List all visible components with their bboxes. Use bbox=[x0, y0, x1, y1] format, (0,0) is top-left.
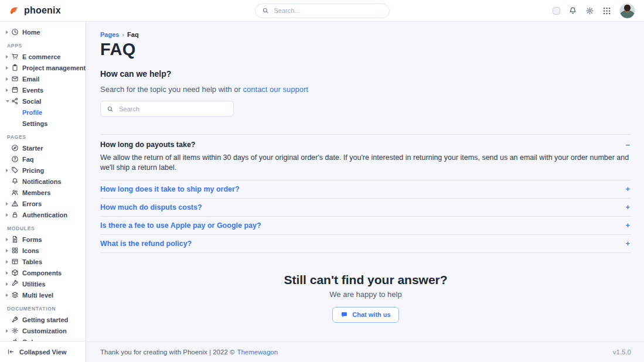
expand-plus-icon[interactable]: + bbox=[625, 185, 631, 193]
gear-icon[interactable] bbox=[585, 6, 594, 15]
sidebar-item-errors[interactable]: Errors bbox=[6, 198, 82, 209]
warning-triangle-icon bbox=[11, 200, 19, 207]
breadcrumb-separator: › bbox=[122, 31, 124, 38]
collapse-minus-icon[interactable]: − bbox=[625, 141, 631, 149]
help-heading: How can we help? bbox=[100, 69, 631, 78]
faq-question: Is there a fee to use Apple pay or Googl… bbox=[100, 221, 261, 230]
sidebar-item-multi-level[interactable]: Multi level bbox=[6, 289, 82, 300]
sidebar-item-label: Email bbox=[22, 76, 39, 83]
chat-bubble-icon bbox=[340, 311, 348, 319]
file-icon bbox=[11, 235, 19, 243]
expand-plus-icon[interactable]: + bbox=[625, 240, 631, 247]
sidebar-section-apps: APPS bbox=[7, 43, 82, 49]
sidebar-item-label: Social bbox=[22, 98, 41, 105]
sidebar-item-label: Icons bbox=[22, 247, 39, 254]
breadcrumb: Pages › Faq bbox=[100, 31, 631, 38]
avatar[interactable] bbox=[619, 3, 635, 19]
sidebar-item-social[interactable]: Social bbox=[6, 95, 82, 107]
sidebar-item-getting-started[interactable]: Getting started bbox=[6, 314, 82, 325]
navbar-actions bbox=[553, 3, 635, 19]
faq-answer: We allow the return of all items within … bbox=[100, 153, 631, 173]
chevron-right-icon bbox=[6, 55, 11, 59]
sidebar-item-label: Getting started bbox=[22, 316, 68, 323]
sidebar-item-starter[interactable]: Starter bbox=[6, 142, 82, 153]
sidebar-item-home[interactable]: Home bbox=[6, 26, 82, 37]
breadcrumb-pages-link[interactable]: Pages bbox=[100, 31, 119, 38]
global-search-input[interactable] bbox=[273, 6, 383, 15]
sidebar: Home APPS E commerce Project management … bbox=[0, 22, 86, 362]
sidebar-item-members[interactable]: Members bbox=[6, 187, 82, 198]
help-intro: Search for the topic you need help with … bbox=[100, 85, 631, 94]
chevron-right-icon bbox=[6, 213, 11, 217]
faq-search-input[interactable] bbox=[118, 105, 227, 113]
chevron-right-icon bbox=[6, 169, 11, 172]
search-icon bbox=[262, 7, 269, 14]
sidebar-nav: Home APPS E commerce Project management … bbox=[0, 22, 86, 341]
sidebar-item-customization[interactable]: Customization bbox=[6, 325, 82, 336]
envelope-icon bbox=[11, 75, 19, 83]
sidebar-item-label: Starter bbox=[22, 145, 43, 152]
sidebar-section-pages: PAGES bbox=[7, 134, 82, 140]
sidebar-item-utilities[interactable]: Utilities bbox=[6, 278, 82, 289]
theme-toggle[interactable] bbox=[553, 7, 560, 15]
sidebar-item-project-management[interactable]: Project management bbox=[6, 62, 82, 73]
lock-icon bbox=[11, 211, 19, 218]
chevron-right-icon bbox=[6, 88, 11, 92]
bell-icon[interactable] bbox=[568, 6, 577, 15]
clock-icon bbox=[11, 28, 19, 36]
table-icon bbox=[11, 258, 19, 265]
rocket-icon bbox=[11, 316, 19, 323]
sidebar-item-icons[interactable]: Icons bbox=[6, 245, 82, 256]
phoenix-logo[interactable]: phoenix bbox=[9, 5, 61, 16]
sidebar-item-events[interactable]: Events bbox=[6, 84, 82, 95]
sidebar-item-label: Multi level bbox=[22, 292, 53, 299]
app-grid-icon[interactable] bbox=[602, 6, 611, 15]
sidebar-item-label: Tables bbox=[22, 258, 42, 265]
faq-question-header[interactable]: What is the refund policy? + bbox=[100, 235, 631, 252]
chevron-right-icon bbox=[6, 329, 11, 333]
faq-question-header[interactable]: How long do payouts take? − bbox=[100, 141, 631, 149]
sidebar-item-notifications[interactable]: Notifications bbox=[6, 176, 82, 187]
faq-search bbox=[100, 101, 234, 117]
sidebar-item-faq[interactable]: Faq bbox=[6, 153, 82, 165]
chevron-right-icon bbox=[6, 282, 11, 286]
layers-icon bbox=[11, 291, 19, 299]
sidebar-item-label: Project management bbox=[22, 64, 86, 71]
sidebar-item-gulp[interactable]: Gulp bbox=[6, 336, 82, 341]
themewagon-link[interactable]: Themewagon bbox=[237, 349, 278, 356]
cta-title: Still can't find your answer? bbox=[100, 273, 631, 287]
faq-item: How long do payouts take? − We allow the… bbox=[100, 135, 631, 180]
phoenix-logo-icon bbox=[9, 5, 21, 16]
help-intro-text: Search for the topic you need help with … bbox=[100, 85, 241, 94]
chat-with-us-button[interactable]: Chat with us bbox=[332, 307, 398, 323]
compass-icon bbox=[11, 144, 19, 152]
expand-plus-icon[interactable]: + bbox=[625, 203, 631, 211]
sidebar-item-forms[interactable]: Forms bbox=[6, 234, 82, 245]
sidebar-item-components[interactable]: Components bbox=[6, 267, 82, 278]
question-circle-icon bbox=[11, 155, 19, 163]
collapsed-view-toggle[interactable]: Collapsed View bbox=[0, 341, 86, 362]
global-search bbox=[255, 4, 390, 18]
page-title: FAQ bbox=[100, 40, 631, 59]
sidebar-item-label: Components bbox=[22, 269, 62, 276]
sidebar-item-email[interactable]: Email bbox=[6, 73, 82, 84]
sidebar-item-label: Profile bbox=[22, 109, 42, 116]
sidebar-item-ecommerce[interactable]: E commerce bbox=[6, 51, 82, 62]
collapsed-view-label: Collapsed View bbox=[19, 349, 67, 356]
sidebar-item-tables[interactable]: Tables bbox=[6, 256, 82, 267]
sidebar-item-profile[interactable]: Profile bbox=[6, 107, 82, 118]
sidebar-section-documentation: DOCUMENTATION bbox=[7, 306, 82, 312]
faq-question-header[interactable]: How much do disputs costs? + bbox=[100, 199, 631, 216]
sidebar-item-label: Home bbox=[22, 29, 40, 36]
faq-question-header[interactable]: Is there a fee to use Apple pay or Googl… bbox=[100, 217, 631, 234]
sidebar-item-pricing[interactable]: Pricing bbox=[6, 165, 82, 176]
contact-support-link[interactable]: contact our support bbox=[243, 85, 308, 94]
chevron-right-icon bbox=[6, 202, 11, 206]
expand-plus-icon[interactable]: + bbox=[625, 221, 631, 229]
sidebar-item-authentication[interactable]: Authentication bbox=[6, 209, 82, 220]
chevron-right-icon bbox=[6, 66, 11, 70]
page-footer: Thank you for creating with Phoenix | 20… bbox=[86, 341, 644, 362]
faq-question-header[interactable]: How long does it take to ship my order? … bbox=[100, 180, 631, 198]
faq-question: How long do payouts take? bbox=[100, 141, 196, 149]
sidebar-item-settings[interactable]: Settings bbox=[6, 118, 82, 129]
